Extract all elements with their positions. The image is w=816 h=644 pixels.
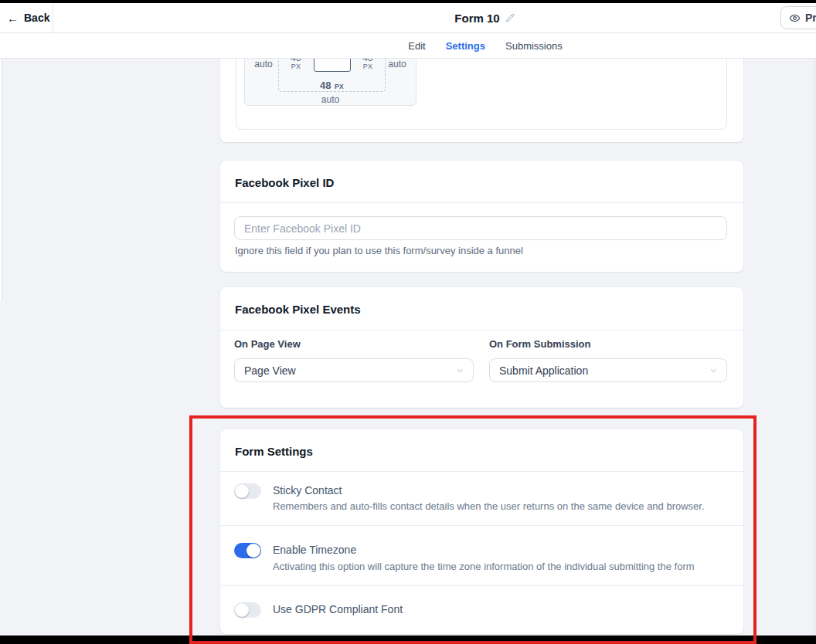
tab-settings[interactable]: Settings — [446, 40, 485, 52]
page-title: Form 10 — [454, 12, 499, 25]
form-settings-card: Form Settings Sticky Contact Remembers a… — [220, 429, 743, 634]
setting-description: Activating this option will capture the … — [273, 561, 695, 572]
gdpr-font-toggle[interactable] — [234, 602, 261, 618]
preview-button[interactable]: Pre — [780, 6, 816, 29]
title-group: Form 10 — [454, 3, 515, 32]
on-page-view-select[interactable]: Page View — [234, 358, 474, 382]
back-button[interactable]: ← Back — [0, 3, 63, 32]
tabs-group: Edit Settings Submissions — [408, 33, 562, 58]
on-form-submission-select[interactable]: Submit Application — [489, 358, 727, 382]
margin-left-value[interactable]: auto — [250, 59, 277, 69]
sticky-contact-toggle[interactable] — [234, 483, 261, 499]
chevron-down-icon — [455, 365, 465, 375]
header-separator — [53, 3, 53, 32]
row-divider — [220, 525, 743, 526]
on-page-view-field: On Page View Page View — [234, 338, 474, 382]
margin-bottom-value[interactable]: auto — [245, 95, 416, 105]
setting-description: Remembers and auto-fills contact details… — [273, 500, 705, 512]
field-label: On Page View — [234, 338, 474, 350]
on-form-submission-field: On Form Submission Submit Application — [489, 338, 727, 382]
eye-icon — [789, 12, 801, 24]
tab-submissions[interactable]: Submissions — [505, 40, 563, 52]
padding-input-field[interactable] — [314, 59, 351, 72]
left-panel-edge — [0, 59, 2, 301]
toggle-knob — [246, 544, 260, 558]
card-divider — [220, 330, 743, 330]
content-area: auto auto auto 48 PX 48 PX 48 PX — [0, 59, 816, 644]
row-divider — [220, 585, 743, 586]
setting-label: Use GDPR Compliant Font — [273, 603, 403, 615]
tab-bar: Edit Settings Submissions — [0, 33, 816, 59]
back-label: Back — [24, 12, 49, 24]
selected-value: Submit Application — [499, 364, 588, 377]
setting-label: Sticky Contact — [273, 484, 342, 497]
padding-right-value[interactable]: 48 PX — [359, 59, 377, 71]
card-divider — [220, 202, 743, 203]
selected-value: Page View — [244, 364, 296, 377]
app-header: ← Back Form 10 Pre — [0, 3, 816, 33]
helper-text: Ignore this field if you plan to use thi… — [235, 245, 523, 256]
padding-left-value[interactable]: 48 PX — [287, 59, 305, 71]
facebook-pixel-id-card: Facebook Pixel ID Ignore this field if y… — [220, 161, 743, 272]
edit-title-icon[interactable] — [505, 12, 516, 23]
preview-label: Pre — [805, 12, 816, 24]
toggle-knob — [235, 603, 249, 617]
spacing-inner-panel: auto auto auto 48 PX 48 PX 48 PX — [236, 59, 727, 130]
enable-timezone-toggle[interactable] — [234, 543, 261, 558]
back-arrow-icon: ← — [7, 12, 19, 24]
bottom-black-bar — [0, 636, 816, 644]
setting-label: Enable Timezone — [273, 544, 356, 556]
spacing-card: auto auto auto 48 PX 48 PX 48 PX — [220, 59, 743, 142]
box-model-editor: auto auto auto 48 PX 48 PX 48 PX — [244, 59, 416, 106]
field-label: On Form Submission — [489, 338, 727, 350]
facebook-pixel-id-input[interactable] — [234, 216, 727, 240]
toggle-knob — [235, 484, 249, 498]
card-title: Facebook Pixel Events — [235, 303, 361, 316]
card-title: Form Settings — [235, 445, 313, 458]
card-title: Facebook Pixel ID — [235, 176, 334, 189]
facebook-pixel-events-card: Facebook Pixel Events On Page View Page … — [220, 287, 743, 408]
padding-box: 48 PX 48 PX 48 PX — [278, 59, 386, 92]
tab-edit[interactable]: Edit — [408, 40, 425, 52]
card-divider — [220, 471, 743, 472]
margin-right-value[interactable]: auto — [383, 59, 411, 69]
scrollbar-track[interactable] — [813, 59, 816, 644]
top-black-bar — [0, 0, 816, 3]
padding-bottom-value[interactable]: 48 PX — [279, 78, 385, 92]
chevron-down-icon — [709, 365, 719, 375]
